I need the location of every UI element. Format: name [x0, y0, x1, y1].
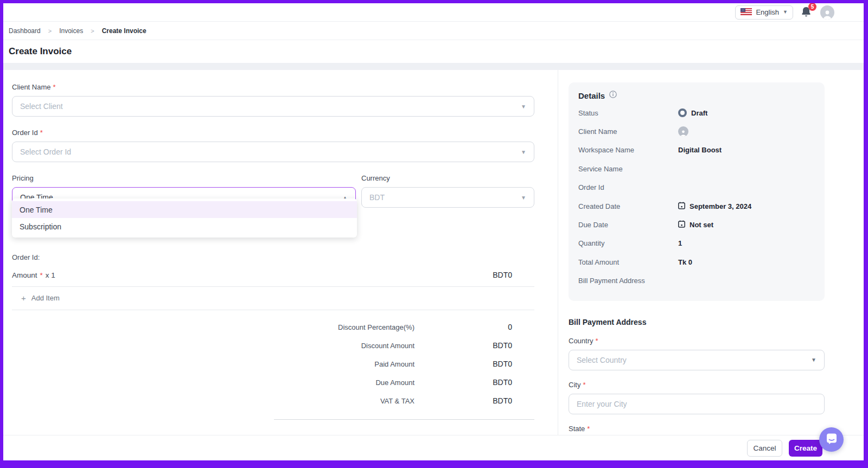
- bell-icon: [801, 10, 812, 20]
- details-row-quantity: Quantity 1: [578, 234, 815, 253]
- order-id-placeholder: Select Order Id: [20, 148, 71, 156]
- details-row-due-date: Due Date Not set: [578, 215, 815, 234]
- currency-value: BDT: [369, 193, 385, 202]
- breadcrumb-separator-icon: >: [48, 28, 52, 34]
- totals-label: Discount Amount: [361, 342, 414, 350]
- language-label: English: [756, 8, 779, 16]
- plus-icon: +: [21, 293, 26, 303]
- totals-value: 0: [414, 323, 534, 331]
- details-row-order-id: Order Id: [578, 178, 815, 197]
- country-label: Country*: [569, 337, 825, 345]
- pricing-currency-row: Pricing One Time ▲ One Time Subscription…: [12, 174, 534, 208]
- divider: [12, 310, 534, 310]
- calendar-icon: [678, 220, 685, 229]
- pricing-option-one-time[interactable]: One Time: [12, 201, 357, 218]
- invoice-sidebar: Details Status Draft Client Name: [558, 70, 864, 435]
- totals-section: Discount Percentage(%) 0 Discount Amount…: [12, 318, 534, 435]
- client-name-placeholder: Select Client: [20, 102, 63, 111]
- add-item-label: Add Item: [31, 294, 60, 302]
- client-name-field-group: Client Name* Select Client ▼: [12, 83, 534, 117]
- add-item-button[interactable]: + Add Item: [21, 293, 534, 303]
- country-placeholder: Select Country: [577, 356, 627, 364]
- totals-row-paid-amount: Paid Amount BDT0: [12, 355, 534, 373]
- breadcrumb: Dashboard > Invoices > Create Invoice: [3, 22, 864, 40]
- info-icon[interactable]: [609, 91, 617, 100]
- item-order-id-label: Order Id:: [12, 253, 534, 261]
- pricing-option-subscription[interactable]: Subscription: [12, 218, 357, 235]
- breadcrumb-dashboard[interactable]: Dashboard: [9, 27, 41, 35]
- cancel-button[interactable]: Cancel: [747, 440, 782, 457]
- chat-icon: [826, 433, 838, 447]
- details-row-bill-payment-address: Bill Payment Address: [578, 272, 815, 290]
- language-selector[interactable]: English ▼: [735, 5, 793, 20]
- due-date-value: Not set: [690, 221, 713, 229]
- details-title: Details: [578, 91, 605, 100]
- totals-label: Discount Percentage(%): [338, 323, 414, 331]
- page-title: Create Invoice: [9, 46, 72, 57]
- workspace-name-value: Digital Boost: [678, 146, 722, 154]
- city-label: City*: [569, 381, 825, 389]
- invoice-form: Client Name* Select Client ▼ Order Id* S…: [3, 70, 558, 435]
- top-bar: English ▼ 5: [3, 3, 864, 22]
- status-draft-icon: [678, 108, 687, 117]
- totals-value: BDT0: [414, 360, 534, 368]
- us-flag-icon: [741, 8, 752, 17]
- client-avatar-icon: [678, 126, 688, 137]
- total-divider: [274, 419, 534, 420]
- app-window: English ▼ 5 Dashboard > Invoices > Creat…: [0, 0, 868, 468]
- user-avatar[interactable]: [820, 5, 834, 20]
- pricing-dropdown-menu: One Time Subscription: [12, 198, 357, 238]
- client-name-label: Client Name*: [12, 83, 534, 91]
- pricing-field-group: Pricing One Time ▲ One Time Subscription: [12, 174, 356, 208]
- breadcrumb-invoices[interactable]: Invoices: [59, 27, 83, 35]
- country-select[interactable]: Select Country ▼: [569, 350, 825, 370]
- city-input[interactable]: [569, 394, 825, 414]
- chat-launcher-button[interactable]: [819, 427, 844, 452]
- main-content: Client Name* Select Client ▼ Order Id* S…: [3, 70, 864, 435]
- divider-band: [3, 63, 864, 70]
- notification-badge: 5: [808, 3, 816, 11]
- create-button[interactable]: Create: [789, 440, 822, 457]
- details-panel: Details Status Draft Client Name: [569, 82, 825, 301]
- totals-value: BDT0: [414, 396, 534, 405]
- totals-row-total-amount: Total Amount BDT0: [12, 429, 534, 435]
- totals-label: Due Amount: [375, 379, 414, 387]
- chevron-down-icon: ▼: [783, 10, 788, 15]
- breadcrumb-separator-icon: >: [91, 28, 94, 34]
- totals-row-vat-tax: VAT & TAX BDT0: [12, 392, 534, 410]
- amount-label: Amount*x 1: [12, 271, 55, 279]
- order-id-field-group: Order Id* Select Order Id ▼: [12, 129, 534, 162]
- order-id-select[interactable]: Select Order Id ▼: [12, 142, 534, 162]
- quantity-value: 1: [678, 239, 682, 247]
- details-row-service-name: Service Name: [578, 159, 815, 178]
- notifications-button[interactable]: 5: [801, 6, 813, 19]
- amount-item-row: Amount*x 1 BDT0: [12, 271, 534, 279]
- totals-row-due-amount: Due Amount BDT0: [12, 373, 534, 392]
- status-value: Draft: [691, 109, 707, 117]
- bill-payment-address-heading: Bill Payment Address: [569, 318, 825, 326]
- title-bar: Create Invoice: [3, 40, 864, 63]
- amount-value: BDT0: [493, 271, 512, 279]
- totals-label: Paid Amount: [374, 360, 414, 368]
- totals-value: BDT0: [414, 341, 534, 350]
- client-name-select[interactable]: Select Client ▼: [12, 96, 534, 117]
- state-label: State*: [569, 425, 825, 433]
- totals-value: BDT0: [414, 378, 534, 387]
- breadcrumb-create-invoice: Create Invoice: [102, 27, 146, 35]
- currency-field-group: Currency BDT ▼: [361, 174, 534, 208]
- details-row-client-name: Client Name: [578, 122, 815, 140]
- currency-label: Currency: [361, 174, 534, 182]
- divider: [12, 286, 534, 287]
- details-total-amount-value: Tk 0: [678, 258, 692, 266]
- currency-select[interactable]: BDT ▼: [361, 187, 534, 208]
- chevron-down-icon: ▼: [811, 357, 816, 363]
- totals-row-discount-percentage: Discount Percentage(%) 0: [12, 318, 534, 336]
- details-row-workspace-name: Workspace Name Digital Boost: [578, 141, 815, 159]
- pricing-label: Pricing: [12, 174, 356, 182]
- calendar-icon: [678, 202, 685, 211]
- totals-row-discount-amount: Discount Amount BDT0: [12, 336, 534, 355]
- order-id-label: Order Id*: [12, 129, 534, 137]
- chevron-down-icon: ▼: [521, 104, 526, 110]
- footer-action-bar: Cancel Create: [3, 435, 864, 460]
- chevron-down-icon: ▼: [521, 149, 526, 155]
